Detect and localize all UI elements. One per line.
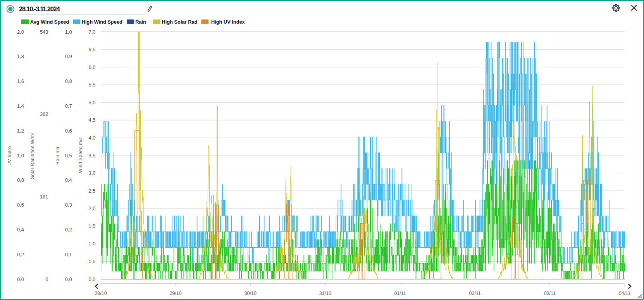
- svg-text:2,5: 2,5: [89, 188, 96, 194]
- svg-text:3,5: 3,5: [89, 153, 96, 159]
- svg-text:01/11: 01/11: [394, 291, 406, 296]
- svg-text:UV Index: UV Index: [7, 145, 12, 166]
- svg-text:0,3: 0,3: [65, 202, 72, 208]
- svg-text:29/10: 29/10: [169, 291, 181, 296]
- svg-text:High Wind Speed: High Wind Speed: [82, 19, 122, 25]
- svg-text:5,0: 5,0: [89, 100, 96, 105]
- svg-text:0,9: 0,9: [65, 53, 72, 59]
- svg-text:0,4: 0,4: [17, 227, 24, 233]
- svg-text:362: 362: [40, 111, 48, 117]
- svg-text:0,6: 0,6: [65, 128, 72, 134]
- svg-text:0: 0: [45, 276, 48, 282]
- svg-text:7,0: 7,0: [89, 29, 96, 35]
- svg-text:Rain: Rain: [135, 19, 146, 25]
- svg-text:0,7: 0,7: [65, 103, 72, 109]
- svg-text:1,2: 1,2: [17, 128, 24, 134]
- svg-text:6,0: 6,0: [89, 64, 96, 70]
- svg-text:0,6: 0,6: [17, 202, 24, 208]
- svg-text:0,5: 0,5: [89, 259, 96, 264]
- svg-text:0,2: 0,2: [65, 227, 72, 233]
- svg-text:Avg Wind Speed: Avg Wind Speed: [30, 19, 69, 25]
- svg-text:1,6: 1,6: [17, 78, 24, 84]
- svg-text:181: 181: [40, 194, 48, 200]
- svg-text:28.10.-3.11.2024: 28.10.-3.11.2024: [19, 5, 60, 12]
- svg-text:0,0: 0,0: [89, 276, 96, 282]
- svg-text:High UV Index: High UV Index: [211, 19, 245, 25]
- svg-text:0,2: 0,2: [17, 252, 24, 257]
- svg-text:Rain mm: Rain mm: [55, 145, 60, 165]
- svg-text:1,8: 1,8: [17, 53, 24, 59]
- svg-text:Wind Speed m/s: Wind Speed m/s: [78, 137, 83, 173]
- svg-text:02/11: 02/11: [469, 291, 481, 296]
- svg-text:2,0: 2,0: [89, 205, 96, 211]
- svg-text:5,5: 5,5: [89, 82, 96, 88]
- svg-text:1,5: 1,5: [89, 223, 96, 229]
- svg-text:0,4: 0,4: [65, 177, 72, 183]
- svg-text:543: 543: [40, 29, 48, 35]
- svg-text:30/10: 30/10: [245, 291, 257, 296]
- svg-text:4,0: 4,0: [89, 135, 96, 141]
- svg-text:31/10: 31/10: [319, 291, 331, 296]
- svg-text:0,1: 0,1: [65, 252, 72, 257]
- svg-text:Solar Radiation W/m²: Solar Radiation W/m²: [30, 133, 35, 179]
- svg-text:2,0: 2,0: [17, 29, 24, 35]
- svg-text:0,8: 0,8: [65, 78, 72, 84]
- svg-text:1,4: 1,4: [17, 103, 24, 109]
- svg-text:1,0: 1,0: [17, 153, 24, 159]
- svg-text:4,5: 4,5: [89, 117, 96, 123]
- svg-text:0,5: 0,5: [65, 153, 72, 159]
- svg-text:1,0: 1,0: [89, 241, 96, 247]
- svg-text:0,8: 0,8: [17, 177, 24, 183]
- svg-text:6,5: 6,5: [89, 47, 96, 52]
- svg-text:0,0: 0,0: [65, 276, 72, 282]
- svg-text:04/11: 04/11: [619, 291, 630, 296]
- svg-text:0,0: 0,0: [17, 276, 24, 282]
- svg-text:1,0: 1,0: [65, 29, 72, 35]
- svg-text:28/10: 28/10: [95, 291, 107, 296]
- svg-text:03/11: 03/11: [544, 291, 556, 296]
- svg-text:3,0: 3,0: [89, 170, 96, 176]
- svg-text:High Solar Rad: High Solar Rad: [162, 19, 198, 25]
